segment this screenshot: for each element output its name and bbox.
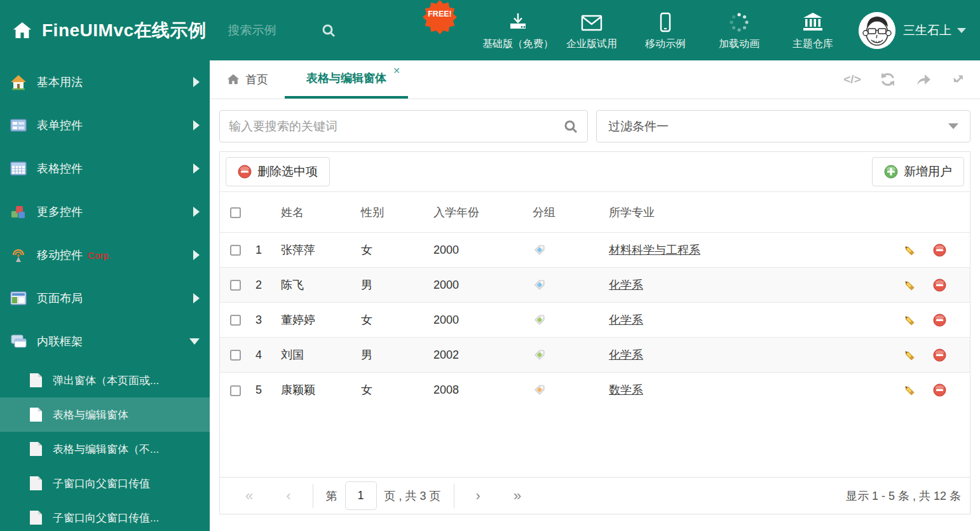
row-checkbox[interactable] [230,245,241,256]
edit-pencil-icon[interactable] [902,244,916,257]
file-icon [29,476,43,491]
next-page-button[interactable]: › [459,488,497,504]
sidebar-subitem-label: 表格与编辑窗体 [53,408,128,422]
delete-icon[interactable] [933,348,946,362]
header-search-input[interactable] [228,24,317,38]
major-link[interactable]: 数学系 [609,383,643,396]
row-number: 5 [255,373,281,408]
table-row: 2 陈飞 男 2000 化学系 [220,268,970,303]
sidebar-subitem-child-to-parent[interactable]: 子窗口向父窗口传值 [0,466,210,500]
first-page-button[interactable]: « [229,488,269,504]
last-page-button[interactable]: » [497,488,538,504]
delete-icon[interactable] [933,383,946,397]
add-user-button[interactable]: 新增用户 [872,157,964,186]
nav-basic-download[interactable]: 基础版（免费） [481,0,555,60]
search-icon[interactable] [563,119,578,134]
tag-icon [533,313,547,327]
cell-gender: 女 [361,373,433,408]
sidebar-item-mobile-controls[interactable]: 移动控件 Corp. [0,233,210,277]
sidebar-item-label: 表格控件 [37,161,83,176]
sidebar-item-more-controls[interactable]: 更多控件 [0,190,210,233]
sidebar-item-label: 表单控件 [37,118,83,133]
sidebar-subitem-label: 子窗口向父窗口传值 [53,476,150,491]
code-icon[interactable]: </> [844,71,861,88]
cell-year: 2000 [433,303,533,338]
chevron-down-icon [957,28,966,33]
edit-pencil-icon[interactable] [902,314,916,327]
window-actions: </> [844,60,980,99]
grid-panel: 删除选中项 新增用户 姓名 性别 入学年份 分组 所学专业 [219,151,970,514]
sidebar-item-basic-usage[interactable]: 基本用法 [0,60,210,104]
page-number-input[interactable] [345,481,377,510]
user-menu[interactable]: 三生石上 [859,12,966,49]
users-table: 姓名 性别 入学年份 分组 所学专业 1 张萍萍 女 [220,191,970,408]
tab-home[interactable]: 首页 [210,60,285,99]
sidebar-item-iframe[interactable]: 内联框架 [0,320,210,363]
expand-icon[interactable] [951,71,967,88]
edit-pencil-icon[interactable] [902,279,916,292]
tag-icon [533,278,547,292]
chevron-down-icon [948,123,958,129]
select-all-checkbox[interactable] [230,207,241,218]
sidebar-item-grid-controls[interactable]: 表格控件 [0,147,210,190]
row-number: 3 [255,303,281,338]
delete-icon[interactable] [933,279,946,292]
major-link[interactable]: 化学系 [609,348,643,361]
major-link[interactable]: 化学系 [609,314,643,326]
sidebar-item-form-controls[interactable]: 表单控件 [0,104,210,147]
delete-icon[interactable] [933,244,946,257]
row-checkbox[interactable] [230,280,241,291]
row-checkbox[interactable] [230,350,241,361]
sidebar-subitem-grid-edit-window-2[interactable]: 表格与编辑窗体（不... [0,432,210,466]
close-icon[interactable]: ✕ [393,66,400,75]
logo[interactable]: FineUIMvc在线示例 [11,18,207,43]
sidebar-subitem-popup-window[interactable]: 弹出窗体（本页面或... [0,363,210,397]
table-header-row: 姓名 性别 入学年份 分组 所学专业 [220,192,970,233]
nav-enterprise-trial[interactable]: 企业版试用 [555,0,629,60]
tag-icon [533,383,547,397]
main-content: 首页 表格与编辑窗体 ✕ </> [210,60,980,531]
tab-grid-edit-window[interactable]: 表格与编辑窗体 ✕ [285,60,408,99]
tab-active-label: 表格与编辑窗体 [306,71,386,86]
major-link[interactable]: 化学系 [609,279,643,291]
chevron-down-icon [189,338,200,345]
major-link[interactable]: 材料科学与工程系 [609,244,700,256]
share-icon[interactable] [915,71,932,88]
page: FineUIMvc在线示例 FREE! 基础版（免费） [0,0,980,531]
page-prefix-label: 第 [318,488,345,504]
row-checkbox[interactable] [230,385,241,396]
delete-selected-button[interactable]: 删除选中项 [226,157,330,186]
frames-icon [10,333,27,350]
spinner-icon [729,10,749,32]
sidebar-subitem-child-to-parent-2[interactable]: 子窗口向父窗口传值... [0,500,210,531]
nav-theme-repo[interactable]: 主题仓库 [776,0,850,60]
prev-page-button[interactable]: ‹ [269,488,307,504]
delete-selected-label: 删除选中项 [257,163,318,180]
nav-mobile-demo[interactable]: 移动示例 [629,0,702,60]
sidebar-item-label: 更多控件 [37,204,83,219]
nav-loading-animation[interactable]: 加载动画 [702,0,776,60]
divider [454,484,454,508]
sidebar: 基本用法 表单控件 表格控件 更多控件 移动控件 Corp. 页面布局 [0,60,210,531]
avatar [859,12,895,49]
refresh-icon[interactable] [880,71,896,88]
edit-pencil-icon[interactable] [902,348,916,362]
divider [313,484,313,508]
filter-dropdown[interactable]: 过滤条件一 [596,110,970,142]
user-name: 三生石上 [903,22,951,39]
sidebar-subitem-grid-edit-window[interactable]: 表格与编辑窗体 [0,397,210,432]
tag-icon [533,243,547,257]
sidebar-item-page-layout[interactable]: 页面布局 [0,277,210,320]
search-icon[interactable] [321,23,336,38]
edit-pencil-icon[interactable] [902,383,916,397]
grid-toolbar: 删除选中项 新增用户 [220,152,970,191]
tab-bar: 首页 表格与编辑窗体 ✕ </> [210,60,980,99]
chevron-right-icon [193,293,200,303]
delete-icon[interactable] [933,314,946,327]
row-checkbox[interactable] [230,315,241,326]
form-icon [10,117,27,134]
sidebar-item-label: 内联框架 [37,334,83,349]
keyword-search-input[interactable] [229,120,563,134]
envelope-icon [580,10,603,32]
app-title: FineUIMvc在线示例 [42,18,207,43]
